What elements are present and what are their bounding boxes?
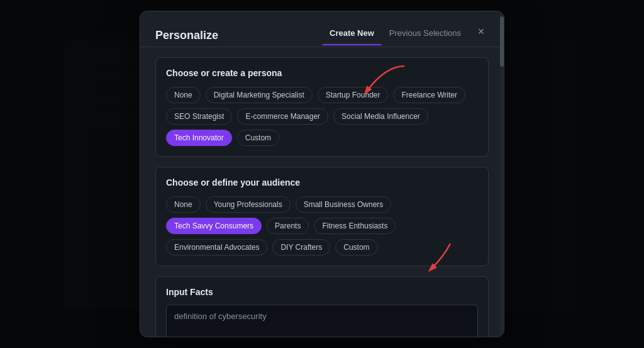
modal-body: Choose or create a persona NoneDigital M… [140,47,504,337]
audience-chip-environmental-advocates[interactable]: Environmental Advocates [166,239,267,255]
modal-title: Personalize [155,29,218,42]
audience-chip-small-business-owners[interactable]: Small Business Owners [296,196,392,213]
modal-tabs: Create New Previous Selections [322,26,469,45]
modal-header: Personalize Create New Previous Selectio… [140,11,504,47]
persona-chip-seo-strategist[interactable]: SEO Strategist [166,108,232,125]
scrollbar-track[interactable] [500,11,504,337]
persona-chip-digital-marketing[interactable]: Digital Marketing Specialist [206,87,313,103]
tab-previous-selections[interactable]: Previous Selections [382,26,469,45]
audience-section: Choose or define your audience NoneYoung… [155,167,489,266]
persona-section: Choose or create a persona NoneDigital M… [155,57,489,157]
audience-chip-tech-savvy-consumers[interactable]: Tech Savvy Consumers [166,218,262,234]
arrow-annotation-2 [413,240,463,272]
persona-chip-none[interactable]: None [166,87,201,103]
audience-chip-none[interactable]: None [166,196,201,213]
close-button[interactable]: × [474,24,489,39]
tab-create-new[interactable]: Create New [322,26,382,45]
personalize-modal: Personalize Create New Previous Selectio… [140,11,504,337]
audience-chip-diy-crafters[interactable]: DIY Crafters [272,239,330,255]
scrollbar-thumb[interactable] [500,16,504,67]
persona-chip-startup-founder[interactable]: Startup Founder [318,87,389,103]
facts-textarea-wrapper: 🤖 ✨ [166,305,478,337]
audience-chip-custom-audience[interactable]: Custom [335,239,377,255]
persona-section-title: Choose or create a persona [166,68,478,78]
audience-chip-parents[interactable]: Parents [267,218,309,234]
input-facts-title: Input Facts [166,287,478,297]
persona-chip-freelance-writer[interactable]: Freelance Writer [393,87,465,103]
input-facts-section: Input Facts 🤖 ✨ [155,276,489,337]
persona-chip-tech-innovator[interactable]: Tech Innovator [166,130,232,146]
persona-chip-custom-persona[interactable]: Custom [237,130,279,146]
audience-section-title: Choose or define your audience [166,177,478,188]
facts-textarea[interactable] [167,305,477,337]
persona-chip-ecommerce-manager[interactable]: E-commerce Manager [237,108,328,125]
audience-chip-fitness-enthusiasts[interactable]: Fitness Enthusiasts [314,218,396,234]
modal-overlay: Personalize Create New Previous Selectio… [0,0,644,348]
persona-chips: NoneDigital Marketing SpecialistStartup … [166,87,478,146]
audience-chip-young-professionals[interactable]: Young Professionals [206,196,291,213]
persona-chip-social-media-influencer[interactable]: Social Media Influencer [333,108,428,125]
